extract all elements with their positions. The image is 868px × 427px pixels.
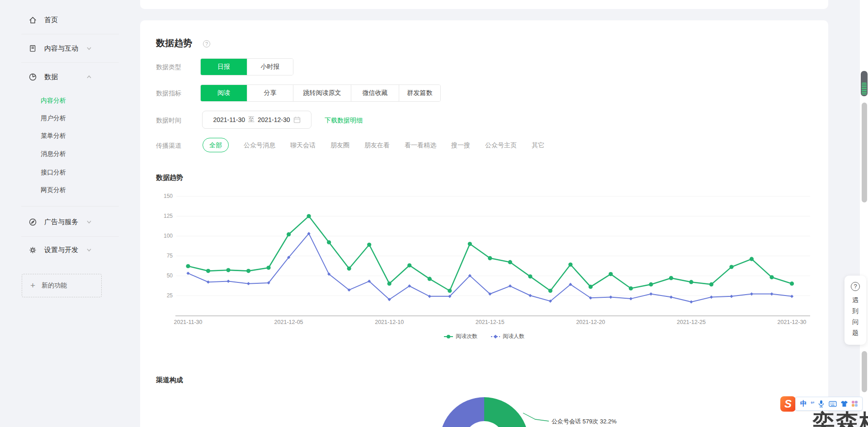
date-end: 2021-12-30 [258,116,290,123]
sidebar-subitem-content-analysis[interactable]: 内容分析 [41,95,66,105]
feedback-char: 到 [852,305,859,316]
ime-toolbar: 中 °’ [795,397,863,411]
settings-icon [28,245,37,254]
sidebar-item-content[interactable]: 内容与互动 [28,40,109,56]
chevron-up-icon [86,74,92,80]
x-axis-tick-label: 2021-12-05 [262,319,316,325]
tab-read[interactable]: 阅读 [201,85,247,101]
x-axis-tick-label: 2021-12-10 [362,319,416,325]
legend-marker-diamond [491,334,500,339]
question-icon: ? [851,282,860,291]
new-feature-label: 新的功能 [42,282,67,290]
feedback-char: 遇 [852,295,859,305]
scroll-marker-stripes [862,83,867,94]
ads-icon [28,217,37,226]
tab-hourly-report[interactable]: 小时报 [247,59,293,75]
feedback-char: 问 [852,316,859,327]
channel-profile-page[interactable]: 公众号主页 [485,138,517,152]
content-icon [28,44,37,53]
legend-label: 阅读次数 [456,333,477,340]
x-axis-tick-label: 2021-12-25 [664,319,718,325]
home-icon [28,15,37,24]
feedback-char: 题 [852,327,859,338]
sidebar-item-ads[interactable]: 广告与服务 [28,214,109,230]
sidebar-subitem-message-analysis[interactable]: 消息分析 [41,149,66,159]
x-axis-tick-label: 2021-11-30 [161,319,215,325]
tab-wechat-favorite[interactable]: 微信收藏 [351,85,399,101]
channel-official-message[interactable]: 公众号消息 [244,138,275,152]
sidebar-item-label: 首页 [44,16,109,24]
sidebar-item-label: 内容与互动 [44,44,86,53]
channel-top-stories[interactable]: 看一看精选 [405,138,436,152]
trend-chart-title: 数据趋势 [156,174,183,182]
sidebar-subitem-user-analysis[interactable]: 用户分析 [41,113,66,123]
help-icon[interactable]: ? [203,40,210,47]
trend-line-chart[interactable] [149,182,825,322]
channel-other[interactable]: 其它 [532,138,544,152]
time-label: 数据时间 [156,117,181,125]
download-detail-link[interactable]: 下载数据明细 [325,117,363,125]
date-start: 2021-11-30 [213,116,245,123]
channel-label: 传播渠道 [156,142,181,150]
tab-share[interactable]: 分享 [247,85,293,101]
metric-label: 数据指标 [156,89,181,98]
sidebar-subitem-api-analysis[interactable]: 接口分析 [41,167,66,177]
sidebar: 首页 内容与互动 数据 内容分析 用户分析 菜单分析 消息分析 接口分析 网页分… [0,0,127,427]
channel-section-title: 渠道构成 [156,376,183,385]
divider [21,236,119,237]
ime-punctuation-toggle[interactable]: °’ [811,401,814,407]
data-type-toggle: 日报 小时报 [200,58,293,75]
chevron-down-icon [86,247,92,253]
x-axis-tick-label: 2021-12-20 [563,319,618,325]
date-range-picker[interactable]: 2021-11-30 至 2021-12-30 [202,111,311,129]
feedback-widget[interactable]: ? 遇 到 问 题 [844,276,866,345]
sidebar-item-data[interactable]: 数据 [28,69,109,85]
sogou-logo-icon[interactable]: S [780,396,796,412]
legend-read-count[interactable]: 阅读次数 [444,333,477,340]
channel-friends-reading[interactable]: 朋友在看 [364,138,390,152]
date-separator: 至 [248,116,255,124]
x-axis-tick-label: 2021-12-15 [463,319,517,325]
plus-icon: + [30,281,35,291]
calendar-icon [293,116,301,123]
legend-read-users[interactable]: 阅读人数 [491,333,524,340]
scrollbar-thumb-lower[interactable] [862,351,867,392]
sidebar-item-home[interactable]: 首页 [28,12,109,28]
scrollbar-thumb[interactable] [862,103,867,202]
microphone-icon[interactable] [818,400,825,408]
x-axis-tick-label: 2021-12-30 [765,319,819,325]
channel-moments[interactable]: 朋友圈 [330,138,349,152]
divider [21,206,119,206]
divider [21,62,119,63]
sidebar-item-label: 设置与开发 [44,246,86,254]
ime-panel-grid-icon[interactable] [852,401,858,407]
ime-lang-toggle[interactable]: 中 [800,399,807,408]
legend-label: 阅读人数 [503,333,524,340]
data-type-label: 数据类型 [156,63,181,71]
new-feature-button[interactable]: + 新的功能 [22,274,102,297]
sidebar-subitem-menu-analysis[interactable]: 菜单分析 [41,131,66,141]
chevron-down-icon [86,219,92,225]
divider [21,34,119,34]
metric-toggle: 阅读 分享 跳转阅读原文 微信收藏 群发篇数 [200,84,441,102]
sidebar-subitem-web-analysis[interactable]: 网页分析 [41,185,66,195]
donut-callout-line [521,409,551,424]
donut-callout-label: 公众号会话 579次 32.2% [552,418,617,426]
sidebar-item-settings[interactable]: 设置与开发 [28,242,109,258]
chevron-down-icon [86,45,92,52]
tab-jump-original[interactable]: 跳转阅读原文 [293,85,351,101]
channel-all[interactable]: 全部 [203,138,229,152]
trend-chart-legend: 阅读次数 阅读人数 [140,333,828,340]
channel-chat-session[interactable]: 聊天会话 [290,138,316,152]
page-title: 数据趋势 [156,37,192,49]
tab-daily-report[interactable]: 日报 [201,59,247,75]
legend-marker-circle [444,334,453,339]
skin-tshirt-icon[interactable] [840,400,848,407]
sidebar-item-label: 数据 [44,73,86,81]
data-icon [28,72,37,81]
channel-search[interactable]: 搜一搜 [451,138,470,152]
scroll-position-marker[interactable] [861,71,868,96]
tab-mass-send-count[interactable]: 群发篇数 [399,85,440,101]
sidebar-item-label: 广告与服务 [44,218,86,226]
keyboard-icon[interactable] [829,401,837,407]
